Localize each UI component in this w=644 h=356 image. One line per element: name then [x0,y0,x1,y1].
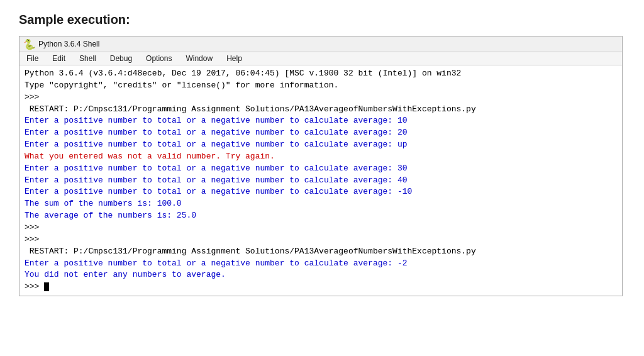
menu-shell[interactable]: Shell [77,53,98,64]
shell-line: Enter a positive number to total or a ne… [25,139,617,151]
shell-line: RESTART: P:/Cmpsc131/Programming Assignm… [25,246,617,258]
cursor [44,282,49,291]
shell-prompt: >>> [25,222,617,234]
menu-window[interactable]: Window [184,53,214,64]
page-title: Sample execution: [19,13,625,27]
shell-line: Enter a positive number to total or a ne… [25,115,617,127]
shell-line: The average of the numbers is: 25.0 [25,210,617,222]
title-bar-text: Python 3.6.4 Shell [38,40,99,48]
shell-prompt: >>> [25,234,617,246]
menu-bar: File Edit Shell Debug Options Window Hel… [19,52,622,65]
shell-line-error: What you entered was not a valid number.… [25,151,617,163]
python-icon: 🐍 [25,39,35,49]
shell-line: Enter a positive number to total or a ne… [25,163,617,175]
shell-line: Type "copyright", "credits" or "license(… [25,80,617,92]
shell-line: Enter a positive number to total or a ne… [25,127,617,139]
shell-prompt-active[interactable]: >>> [25,281,617,293]
shell-window: 🐍 Python 3.6.4 Shell File Edit Shell Deb… [19,36,623,296]
menu-options[interactable]: Options [144,53,174,64]
title-bar: 🐍 Python 3.6.4 Shell [19,36,622,52]
shell-prompt: >>> [25,92,617,104]
shell-line: The sum of the numbers is: 100.0 [25,198,617,210]
menu-help[interactable]: Help [225,53,244,64]
shell-line: Enter a positive number to total or a ne… [25,175,617,187]
menu-file[interactable]: File [25,53,40,64]
menu-debug[interactable]: Debug [108,53,134,64]
shell-line: RESTART: P:/Cmpsc131/Programming Assignm… [25,104,617,116]
menu-edit[interactable]: Edit [50,53,67,64]
shell-content: Python 3.6.4 (v3.6.4:d48eceb, Dec 19 201… [19,65,622,296]
shell-line: You did not enter any numbers to average… [25,269,617,281]
shell-line: Python 3.6.4 (v3.6.4:d48eceb, Dec 19 201… [25,68,617,80]
shell-line: Enter a positive number to total or a ne… [25,258,617,270]
shell-line: Enter a positive number to total or a ne… [25,186,617,198]
